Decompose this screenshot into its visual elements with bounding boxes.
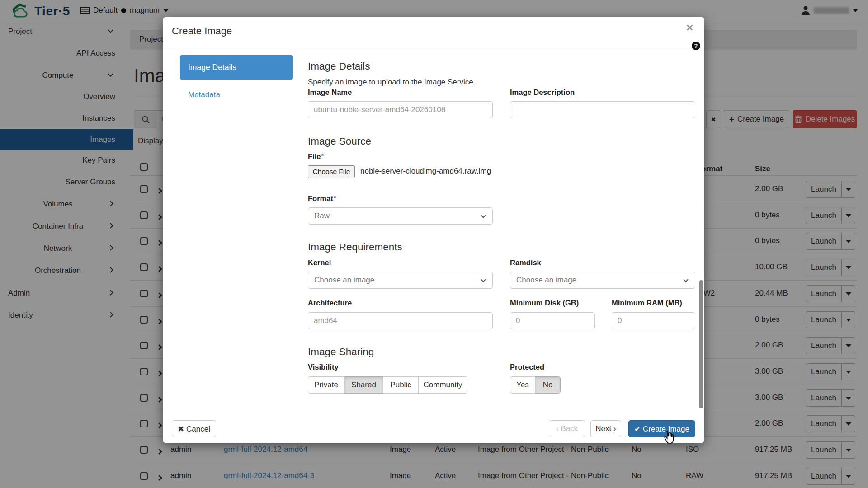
- required-mark: *: [321, 152, 323, 160]
- section-heading-requirements: Image Requirements: [308, 241, 402, 253]
- create-image-modal: Create Image × ? Image DetailsMetadata I…: [163, 17, 704, 443]
- ramdisk-select[interactable]: Choose an image: [510, 272, 695, 289]
- back-button[interactable]: ‹ Back: [549, 420, 585, 437]
- visibility-toggle-group: PrivateSharedPublicCommunity: [308, 376, 467, 394]
- min-ram-label: Minimum RAM (MB): [612, 299, 682, 307]
- choose-file-button[interactable]: Choose File: [308, 165, 355, 178]
- section-heading-details: Image Details: [308, 61, 370, 72]
- kernel-label: Kernel: [308, 258, 331, 267]
- selected-file-name: noble-server-cloudimg-amd64.raw.img: [360, 167, 491, 176]
- section-heading-source: Image Source: [308, 136, 371, 147]
- architecture-label: Architecture: [308, 299, 352, 307]
- architecture-input[interactable]: [308, 312, 493, 329]
- visibility-label: Visibility: [308, 363, 339, 371]
- chevron-down-icon: [481, 277, 486, 282]
- chevron-down-icon: [481, 213, 486, 218]
- close-icon[interactable]: ×: [686, 22, 693, 33]
- chevron-down-icon: [683, 277, 688, 282]
- wizard-step-metadata[interactable]: Metadata: [180, 90, 293, 99]
- kernel-select[interactable]: Choose an image: [308, 272, 493, 289]
- visibility-option-public[interactable]: Public: [383, 376, 419, 394]
- back-arrow-icon: ‹: [556, 424, 559, 433]
- modal-scrollbar[interactable]: [699, 280, 703, 408]
- check-icon: ✔: [634, 425, 641, 433]
- protected-option-no[interactable]: No: [535, 376, 561, 394]
- required-mark: *: [334, 194, 336, 202]
- wizard-steps: Image DetailsMetadata: [180, 55, 294, 99]
- format-select[interactable]: Raw: [308, 207, 493, 225]
- image-name-label: Image Name: [308, 88, 352, 97]
- min-ram-input[interactable]: [612, 312, 695, 329]
- x-icon: ✖: [178, 425, 184, 433]
- protected-toggle-group: YesNo: [510, 376, 561, 394]
- image-description-label: Image Description: [510, 88, 575, 97]
- visibility-option-private[interactable]: Private: [308, 376, 344, 394]
- cancel-button[interactable]: ✖ Cancel: [172, 420, 216, 437]
- visibility-option-shared[interactable]: Shared: [344, 376, 383, 394]
- min-disk-input[interactable]: [510, 312, 595, 329]
- next-arrow-icon: ›: [613, 424, 616, 433]
- mouse-cursor: [662, 430, 675, 446]
- protected-label: Protected: [510, 363, 544, 371]
- next-button[interactable]: Next ›: [590, 420, 621, 437]
- section-heading-sharing: Image Sharing: [308, 346, 374, 358]
- ramdisk-label: Ramdisk: [510, 258, 541, 267]
- format-label: Format*: [308, 194, 336, 203]
- divider: [163, 47, 704, 47]
- modal-title: Create Image: [172, 25, 232, 37]
- help-icon[interactable]: ?: [692, 42, 700, 50]
- wizard-step-image-details[interactable]: Image Details: [180, 55, 293, 80]
- image-description-input[interactable]: [510, 101, 695, 118]
- protected-option-yes[interactable]: Yes: [510, 376, 535, 394]
- screen: Tier·5 Default magnum ProjectAPI AccessC…: [0, 0, 868, 488]
- section-subtitle: Specify an image to upload to the Image …: [308, 78, 475, 87]
- file-label: File*: [308, 152, 324, 161]
- image-name-input[interactable]: [308, 101, 493, 118]
- min-disk-label: Minimum Disk (GB): [510, 299, 579, 307]
- visibility-option-community[interactable]: Community: [419, 376, 467, 394]
